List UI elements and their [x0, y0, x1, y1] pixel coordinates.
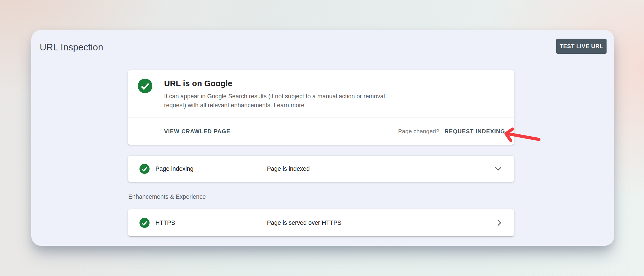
row-value-https: Page is served over HTTPS — [267, 219, 341, 226]
page-indexing-row[interactable]: Page indexing Page is indexed — [128, 156, 514, 182]
row-value-page-indexing: Page is indexed — [267, 165, 310, 172]
status-description-line2: request) with all relevant enhancements. — [164, 102, 272, 109]
status-card-main: URL is on Google It can appear in Google… — [128, 70, 514, 118]
test-live-url-button[interactable]: TEST LIVE URL — [556, 39, 607, 54]
status-description-line1: It can appear in Google Search results (… — [164, 93, 385, 100]
page-title: URL Inspection — [40, 42, 103, 53]
chevron-right-icon[interactable] — [498, 220, 501, 226]
row-label-page-indexing: Page indexing — [155, 165, 193, 172]
url-status-card: URL is on Google It can appear in Google… — [128, 70, 514, 145]
check-circle-icon — [139, 164, 150, 174]
status-actions-row: VIEW CRAWLED PAGE Page changed? REQUEST … — [128, 118, 514, 145]
view-crawled-page-button[interactable]: VIEW CRAWLED PAGE — [164, 128, 230, 135]
check-circle-icon — [139, 218, 150, 228]
expand-more-icon[interactable] — [495, 167, 501, 171]
url-inspection-panel: URL Inspection TEST LIVE URL URL is on G… — [31, 30, 614, 246]
row-label-https: HTTPS — [155, 219, 175, 226]
page-changed-label: Page changed? — [398, 128, 439, 135]
check-circle-icon — [138, 79, 152, 93]
status-title: URL is on Google — [164, 78, 497, 89]
status-description: It can appear in Google Search results (… — [164, 92, 497, 110]
https-row[interactable]: HTTPS Page is served over HTTPS — [128, 209, 514, 236]
section-label-enhancements: Enhancements & Experience — [128, 193, 206, 200]
learn-more-link[interactable]: Learn more — [274, 102, 304, 109]
request-indexing-button[interactable]: REQUEST INDEXING — [444, 128, 505, 135]
status-actions-right: Page changed? REQUEST INDEXING — [398, 128, 505, 135]
status-text-block: URL is on Google It can appear in Google… — [164, 78, 497, 110]
